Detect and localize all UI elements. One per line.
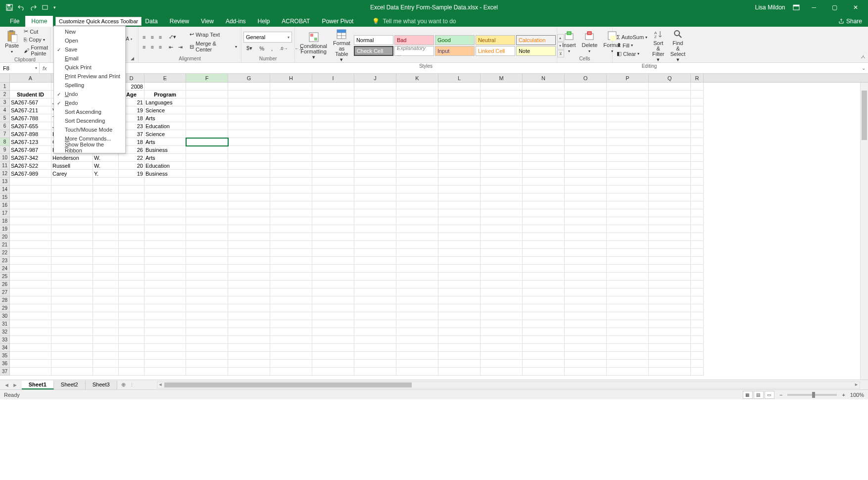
cell-G10[interactable] — [228, 154, 270, 162]
row-header-31[interactable]: 31 — [0, 320, 10, 328]
cell-K17[interactable] — [396, 209, 438, 217]
cell-H34[interactable] — [270, 344, 312, 352]
cell-Q30[interactable] — [649, 312, 691, 320]
add-sheet-button[interactable]: ⊕ — [117, 381, 130, 389]
cell-P14[interactable] — [607, 186, 649, 193]
cell-M13[interactable] — [481, 178, 523, 186]
cell-H12[interactable] — [270, 170, 312, 178]
cell-K22[interactable] — [396, 249, 438, 257]
hscroll-left[interactable]: ◄ — [158, 382, 163, 387]
cell-G4[interactable] — [228, 106, 270, 114]
row-header-13[interactable]: 13 — [0, 178, 10, 186]
cell-A10[interactable]: SA267-342 — [10, 154, 51, 162]
cell-R35[interactable] — [691, 352, 704, 360]
cell-E29[interactable] — [145, 304, 186, 312]
cell-R37[interactable] — [691, 368, 704, 376]
cell-D34[interactable] — [119, 344, 145, 352]
cell-J32[interactable] — [354, 328, 396, 336]
cell-D16[interactable] — [119, 201, 145, 209]
cell-C18[interactable] — [93, 217, 119, 225]
row-header-8[interactable]: 8 — [0, 138, 10, 146]
cell-R20[interactable] — [691, 233, 704, 241]
cell-D26[interactable] — [119, 281, 145, 288]
cell-I2[interactable] — [312, 91, 354, 98]
cell-G17[interactable] — [228, 209, 270, 217]
minimize-button[interactable]: ─ — [808, 2, 820, 13]
cell-I10[interactable] — [312, 154, 354, 162]
wrap-text-button[interactable]: ↩Wrap Text — [188, 31, 239, 38]
cell-H3[interactable] — [270, 98, 312, 106]
cell-M36[interactable] — [481, 360, 523, 368]
cell-L7[interactable] — [438, 130, 481, 138]
cell-F16[interactable] — [186, 201, 228, 209]
cell-C17[interactable] — [93, 209, 119, 217]
cell-M22[interactable] — [481, 249, 523, 257]
sheet-tab-3[interactable]: Sheet3 — [86, 381, 117, 389]
cell-H11[interactable] — [270, 162, 312, 170]
delete-cells-button[interactable]: Delete▾ — [579, 29, 601, 54]
cell-H10[interactable] — [270, 154, 312, 162]
cell-K8[interactable] — [396, 138, 438, 146]
cell-O21[interactable] — [565, 241, 607, 249]
cell-I15[interactable] — [312, 193, 354, 201]
cell-F27[interactable] — [186, 288, 228, 296]
cell-F5[interactable] — [186, 114, 228, 122]
cell-G15[interactable] — [228, 193, 270, 201]
cell-I11[interactable] — [312, 162, 354, 170]
cell-L32[interactable] — [438, 328, 481, 336]
cell-H7[interactable] — [270, 130, 312, 138]
cell-N36[interactable] — [523, 360, 565, 368]
cell-M14[interactable] — [481, 186, 523, 193]
cell-B13[interactable] — [51, 178, 93, 186]
cell-B20[interactable] — [51, 233, 93, 241]
cell-F25[interactable] — [186, 273, 228, 281]
qat-menu-item-11[interactable]: Touch/Mouse Mode — [54, 125, 125, 134]
cell-L1[interactable] — [438, 83, 481, 91]
cell-J14[interactable] — [354, 186, 396, 193]
cell-A21[interactable] — [10, 241, 51, 249]
cell-L22[interactable] — [438, 249, 481, 257]
cell-D13[interactable] — [119, 178, 145, 186]
cell-M3[interactable] — [481, 98, 523, 106]
cell-A6[interactable]: SA267-655 — [10, 122, 51, 130]
cell-R4[interactable] — [691, 106, 704, 114]
cell-B18[interactable] — [51, 217, 93, 225]
orientation-button[interactable]: ⤢▾ — [167, 33, 178, 41]
cell-Q24[interactable] — [649, 265, 691, 273]
cell-E8[interactable]: Arts — [145, 138, 186, 146]
cell-R6[interactable] — [691, 122, 704, 130]
cell-D18[interactable] — [119, 217, 145, 225]
cell-I7[interactable] — [312, 130, 354, 138]
cell-A13[interactable] — [10, 178, 51, 186]
cell-P8[interactable] — [607, 138, 649, 146]
cell-J19[interactable] — [354, 225, 396, 233]
cell-I35[interactable] — [312, 352, 354, 360]
cell-F9[interactable] — [186, 146, 228, 154]
cell-E3[interactable]: Languages — [145, 98, 186, 106]
cell-R29[interactable] — [691, 304, 704, 312]
cell-G16[interactable] — [228, 201, 270, 209]
cell-N14[interactable] — [523, 186, 565, 193]
cell-K3[interactable] — [396, 98, 438, 106]
increase-indent-button[interactable]: ⇥ — [176, 44, 185, 51]
qat-menu-item-9[interactable]: Sort Ascending — [54, 107, 125, 116]
style-calculation[interactable]: Calculation — [516, 35, 556, 45]
cell-Q1[interactable] — [649, 83, 691, 91]
hscroll-right[interactable]: ► — [854, 382, 859, 387]
cell-M21[interactable] — [481, 241, 523, 249]
cell-N37[interactable] — [523, 368, 565, 376]
cell-L29[interactable] — [438, 304, 481, 312]
cut-button[interactable]: ✂Cut — [22, 28, 50, 35]
cell-F34[interactable] — [186, 344, 228, 352]
cell-P5[interactable] — [607, 114, 649, 122]
cell-J31[interactable] — [354, 320, 396, 328]
style-linked-cell[interactable]: Linked Cell — [476, 46, 515, 56]
row-header-3[interactable]: 3 — [0, 98, 10, 106]
cell-I19[interactable] — [312, 225, 354, 233]
cell-I27[interactable] — [312, 288, 354, 296]
cell-M4[interactable] — [481, 106, 523, 114]
cell-H14[interactable] — [270, 186, 312, 193]
cell-P1[interactable] — [607, 83, 649, 91]
cell-E26[interactable] — [145, 281, 186, 288]
cell-N20[interactable] — [523, 233, 565, 241]
